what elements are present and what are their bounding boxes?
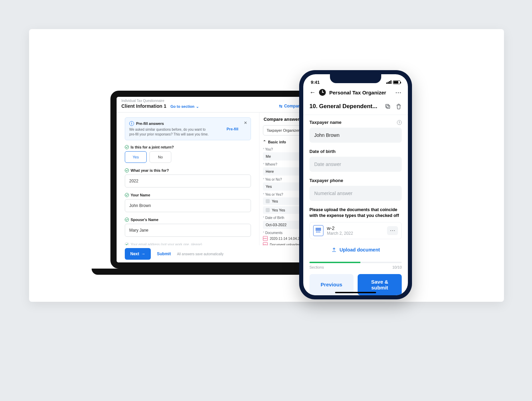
questionnaire-form: i Pre-fill answers We asked similar ques… [117, 113, 259, 262]
app-title: Personal Tax Organizer [329, 90, 386, 95]
taxpayer-name-input[interactable]: John Brown [309, 128, 402, 143]
battery-icon [393, 80, 400, 84]
image-file-icon: IMG [263, 236, 268, 241]
q1-label: Is this for a joint return? [125, 145, 251, 149]
check-icon [125, 168, 129, 172]
arrow-right-icon: → [141, 251, 145, 256]
next-button[interactable]: Next→ [125, 248, 151, 260]
doc-file-icon: DOC [313, 225, 323, 236]
check-icon [125, 218, 129, 222]
page-title: Client Information 1 [121, 103, 166, 109]
back-icon[interactable]: ← [309, 89, 316, 96]
svg-rect-0 [387, 105, 390, 108]
banner-body: We asked similar questions before, do yo… [129, 127, 209, 137]
file-more-button[interactable]: ⋯ [387, 226, 398, 235]
home-indicator [335, 292, 376, 293]
close-icon[interactable]: ✕ [244, 120, 247, 125]
prefill-banner: i Pre-fill answers We asked similar ques… [125, 117, 251, 140]
year-input[interactable]: 2022 [125, 174, 251, 187]
autosave-hint: All answers save automatically [177, 252, 224, 256]
spouse-input[interactable]: Mary Jane [125, 224, 251, 237]
upload-icon [331, 247, 337, 253]
submit-link[interactable]: Submit [157, 251, 171, 256]
goto-label: Go to section [170, 104, 194, 108]
upload-description: Please upload the documents that coincid… [309, 207, 402, 219]
phone-input[interactable]: Numerical answer [309, 186, 402, 201]
chevron-down-icon: ⌄ [196, 104, 199, 109]
progress-area: Sections 10/10 [303, 262, 408, 269]
q4-label: Spouse's Name [125, 218, 251, 222]
info-icon: i [129, 121, 134, 126]
dob-input[interactable]: Date answer [309, 157, 402, 172]
signal-icon [386, 80, 391, 84]
status-time: 9:41 [311, 80, 320, 85]
prefill-button[interactable]: Pre-fill [227, 127, 238, 131]
checkbox-icon [266, 208, 270, 212]
goto-section-link[interactable]: Go to section ⌄ [170, 104, 199, 109]
phone-notch [330, 74, 381, 83]
more-icon[interactable]: ⋯ [395, 89, 402, 96]
section-header: 10. General Dependent... [303, 100, 408, 115]
progress-bar [309, 262, 402, 263]
trash-icon[interactable] [396, 103, 402, 109]
canvas-card: Individual Tax Questionnaire Client Info… [29, 29, 504, 302]
file-date: March 2, 2022 [327, 231, 384, 236]
f1-label: Taxpayer name ? [309, 120, 402, 125]
file-name: w-2 [327, 225, 384, 231]
file-item: DOC w-2 March 2, 2022 ⋯ [309, 222, 402, 239]
chevron-up-icon: ⌃ [263, 140, 266, 144]
progress-count: 10/10 [392, 265, 402, 269]
section-title: 10. General Dependent... [309, 103, 377, 110]
help-icon[interactable]: ? [397, 120, 402, 125]
f2-label: Date of birth [309, 149, 402, 154]
mobile-header: ← Personal Tax Organizer ⋯ [303, 87, 408, 100]
compare-icon: ⇆ [279, 104, 282, 108]
mobile-form: Taxpayer name ? John Brown Date of birth… [303, 115, 408, 262]
name-input[interactable]: John Brown [125, 199, 251, 212]
option-no[interactable]: No [149, 151, 171, 163]
option-yes[interactable]: Yes [125, 151, 147, 163]
check-icon [125, 145, 129, 149]
q2-label: What year is this for? [125, 168, 251, 172]
clock-icon [319, 89, 326, 96]
upload-document-button[interactable]: Upload document [309, 243, 402, 257]
checkbox-icon [266, 199, 270, 203]
svg-rect-1 [386, 104, 389, 107]
f3-label: Taxpayer phone [309, 178, 402, 183]
check-icon [125, 193, 129, 197]
phone-mockup: 9:41 ← Personal Tax Organizer ⋯ 10. Gene… [299, 70, 412, 299]
banner-title: Pre-fill answers [136, 121, 164, 126]
q3-label: Your Name [125, 193, 251, 197]
copy-icon[interactable] [385, 103, 391, 109]
progress-label: Sections [309, 265, 324, 269]
